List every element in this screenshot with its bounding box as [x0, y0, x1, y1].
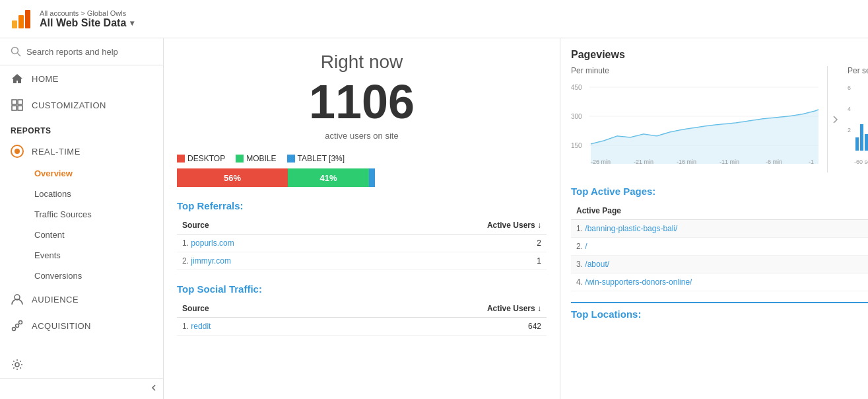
svg-text:-26 min: -26 min — [591, 159, 611, 165]
site-title[interactable]: All Web Site Data ▾ — [40, 17, 134, 29]
sidebar-item-conversions[interactable]: Conversions — [0, 266, 163, 286]
active-count: 1106 — [177, 78, 547, 126]
svg-point-11 — [16, 324, 19, 328]
table-row: 3. /about/ 1 0.09% — [571, 256, 868, 273]
sidebar-item-realtime[interactable]: REAL-TIME — [0, 139, 163, 163]
main-content: Right now 1106 active users on site DESK… — [164, 38, 868, 399]
sidebar-item-acquisition[interactable]: ACQUISITION — [0, 312, 163, 339]
referral-link[interactable]: popurls.com — [191, 238, 234, 248]
svg-rect-1 — [18, 15, 24, 28]
mobile-dot — [236, 155, 244, 163]
svg-rect-8 — [18, 106, 22, 110]
main-layout: Search reports and help HOME CUSTOMIZ — [0, 38, 868, 399]
top-locations-title: Top Locations: — [571, 302, 868, 320]
per-minute-svg: 450 300 150 -26 min -21 — [571, 78, 822, 170]
sidebar: Search reports and help HOME CUSTOMIZ — [0, 38, 164, 399]
svg-text:-60 sec: -60 sec — [854, 159, 868, 165]
table-row: 1. /banning-plastic-bags-bali/ 1,101 99.… — [571, 220, 868, 238]
customization-label: CUSTOMIZATION — [32, 100, 106, 110]
realtime-label: REAL-TIME — [32, 147, 81, 157]
table-row: 1. reddit 642 — [177, 318, 547, 336]
left-panel: Right now 1106 active users on site DESK… — [164, 38, 560, 399]
realtime-overview: Right now 1106 active users on site DESK… — [164, 38, 868, 399]
sort-icon: ↓ — [537, 221, 541, 230]
sidebar-item-customization[interactable]: CUSTOMIZATION — [0, 92, 163, 118]
social-table: Source Active Users ↓ 1. reddit 642 — [177, 300, 547, 336]
desktop-bar: 56% — [177, 168, 288, 187]
svg-rect-0 — [12, 20, 17, 28]
active-users-col-header: Active Users ↓ — [358, 217, 547, 235]
sort-icon-social: ↓ — [537, 304, 541, 313]
sidebar-item-traffic-sources[interactable]: Traffic Sources — [0, 204, 163, 225]
svg-text:4: 4 — [848, 106, 851, 112]
dropdown-arrow-icon[interactable]: ▾ — [130, 18, 134, 28]
breadcrumb: All accounts > Global Owls — [40, 9, 134, 17]
top-active-pages-title: Top Active Pages: — [571, 186, 868, 197]
sidebar-collapse-button[interactable] — [0, 378, 163, 399]
active-page-link[interactable]: /banning-plastic-bags-bali/ — [585, 224, 677, 233]
legend-mobile: MOBILE — [236, 154, 276, 163]
active-page-col-header: Active Page — [571, 202, 868, 220]
device-legend: DESKTOP MOBILE TABLET [3%] — [177, 154, 547, 163]
tablet-dot — [287, 155, 295, 163]
top-referrals-section: Top Referrals: Source Active Users ↓ — [177, 200, 547, 270]
svg-rect-7 — [12, 106, 17, 110]
legend-tablet: TABLET [3%] — [287, 154, 345, 163]
desktop-dot — [177, 155, 185, 163]
sidebar-item-locations[interactable]: Locations — [0, 184, 163, 204]
expand-chart-button[interactable] — [828, 66, 842, 172]
svg-text:6: 6 — [848, 85, 851, 91]
sidebar-search[interactable]: Search reports and help — [0, 38, 163, 65]
account-info: All accounts > Global Owls All Web Site … — [40, 9, 134, 29]
tablet-label: TABLET [3%] — [298, 154, 345, 163]
device-progress-bar: 56% 41% — [177, 168, 375, 187]
pageviews-title: Pageviews — [571, 49, 868, 61]
active-label: active users on site — [177, 131, 547, 141]
right-now-title: Right now — [177, 52, 547, 73]
table-row: 2. jimmyr.com 1 — [177, 252, 547, 270]
active-page-link[interactable]: /win-supporters-donors-online/ — [585, 277, 692, 287]
source-col-header: Source — [177, 217, 358, 235]
svg-rect-6 — [18, 100, 22, 104]
sidebar-item-content[interactable]: Content — [0, 225, 163, 245]
top-social-title: Top Social Traffic: — [177, 283, 547, 295]
top-active-pages-section: Top Active Pages: Active Page Active Use… — [571, 186, 868, 291]
active-page-link[interactable]: / — [585, 242, 587, 251]
home-label: HOME — [32, 74, 59, 84]
svg-text:-1: -1 — [809, 159, 814, 165]
svg-text:150: 150 — [571, 142, 582, 149]
svg-text:-11 min: -11 min — [719, 159, 739, 165]
charts-row: Per minute 450 300 150 — [571, 66, 868, 172]
sidebar-item-settings[interactable] — [0, 351, 163, 378]
svg-text:-6 min: -6 min — [766, 159, 782, 165]
mobile-label: MOBILE — [246, 154, 276, 163]
svg-rect-5 — [12, 100, 17, 104]
svg-point-12 — [19, 321, 22, 324]
svg-rect-31 — [865, 134, 868, 151]
svg-rect-2 — [25, 10, 30, 28]
tablet-bar — [369, 168, 375, 187]
mobile-bar: 41% — [288, 168, 369, 187]
right-panel: Pageviews Per minute 450 300 150 — [560, 38, 868, 399]
table-row: 2. / 3 0.27% — [571, 238, 868, 256]
desktop-label: DESKTOP — [187, 154, 225, 163]
svg-point-3 — [12, 48, 18, 54]
referral-link[interactable]: jimmyr.com — [191, 256, 231, 266]
ga-logo — [11, 9, 32, 30]
svg-text:-16 min: -16 min — [677, 159, 696, 165]
top-social-section: Top Social Traffic: Source Active Users … — [177, 283, 547, 336]
sidebar-item-audience[interactable]: AUDIENCE — [0, 286, 163, 312]
social-link[interactable]: reddit — [191, 322, 211, 331]
sidebar-item-home[interactable]: HOME — [0, 65, 163, 92]
sidebar-item-events[interactable]: Events — [0, 245, 163, 266]
audience-label: AUDIENCE — [32, 295, 79, 305]
settings-icon — [11, 358, 24, 371]
active-pages-table: Active Page Active Users ↓ 1. /banning-p… — [571, 202, 868, 291]
active-page-link[interactable]: /about/ — [585, 260, 609, 269]
reports-section-label: Reports — [0, 118, 163, 139]
realtime-icon — [11, 145, 24, 158]
source-col-header-social: Source — [177, 300, 316, 318]
search-icon — [11, 46, 21, 57]
sidebar-item-overview[interactable]: Overview — [0, 163, 163, 184]
top-referrals-title: Top Referrals: — [177, 200, 547, 211]
